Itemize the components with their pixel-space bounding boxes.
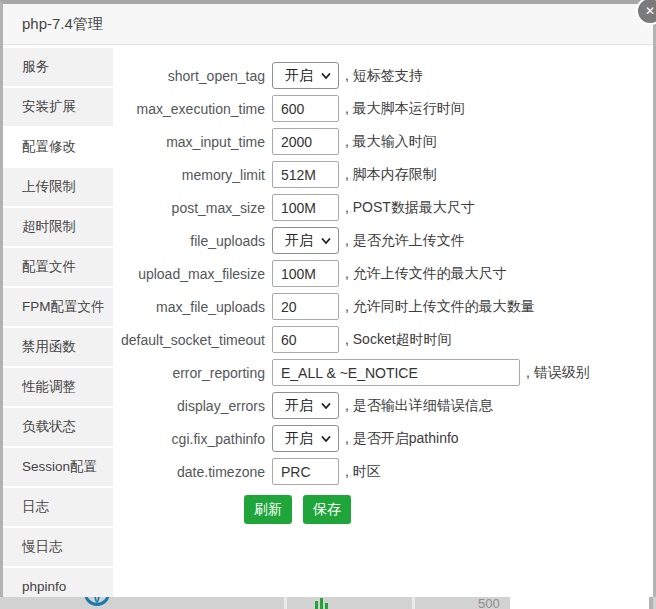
sidebar-item-3[interactable]: 上传限制: [3, 168, 113, 206]
dialog-titlebar: php-7.4管理: [3, 4, 653, 45]
column-divider: [412, 597, 415, 609]
form-row: upload_max_filesize , 允许上传文件的最大尺寸: [113, 257, 653, 290]
globe-icon: [84, 597, 110, 606]
field-description: , 时区: [345, 463, 381, 481]
sidebar-item-11[interactable]: 日志: [3, 488, 113, 526]
value-input[interactable]: [272, 326, 339, 353]
value-select[interactable]: 开启: [272, 62, 339, 89]
background-page-strip: 500: [0, 597, 656, 609]
sidebar: 服务 安装扩展 配置修改 上传限制 超时限制 配置文件 FPM配置文件 禁用函数…: [3, 45, 113, 597]
value-input[interactable]: [272, 194, 339, 221]
form-row: display_errors 开启 , 是否输出详细错误信息: [113, 389, 653, 422]
sidebar-item-8[interactable]: 性能调整: [3, 368, 113, 406]
chevron-down-icon: [321, 403, 331, 409]
sidebar-item-label: Session配置: [22, 459, 97, 474]
field-description: , 是否输出详细错误信息: [345, 397, 493, 415]
sidebar-item-label: 服务: [22, 59, 49, 74]
field-description: , POST数据最大尺寸: [345, 199, 475, 217]
sidebar-item-label: 超时限制: [22, 219, 76, 234]
sidebar-item-1[interactable]: 安装扩展: [3, 88, 113, 126]
form-row: cgi.fix_pathinfo 开启 , 是否开启pathinfo: [113, 422, 653, 455]
field-description: , 允许同时上传文件的最大数量: [345, 298, 535, 316]
value-input[interactable]: [272, 458, 339, 485]
value-input[interactable]: [272, 293, 339, 320]
field-description: , 错误级别: [526, 364, 590, 382]
sidebar-item-label: 安装扩展: [22, 99, 76, 114]
sidebar-item-label: 负载状态: [22, 419, 76, 434]
field-label: memory_limit: [113, 167, 272, 183]
sidebar-item-label: 慢日志: [22, 539, 63, 554]
field-label: cgi.fix_pathinfo: [113, 431, 272, 447]
form-row: post_max_size , POST数据最大尺寸: [113, 191, 653, 224]
value-input[interactable]: [272, 260, 339, 287]
sidebar-item-label: phpinfo: [22, 579, 66, 594]
field-label: post_max_size: [113, 200, 272, 216]
sidebar-item-9[interactable]: 负载状态: [3, 408, 113, 446]
form-row: max_execution_time , 最大脚本运行时间: [113, 92, 653, 125]
sidebar-item-4[interactable]: 超时限制: [3, 208, 113, 246]
form-row: file_uploads 开启 , 是否允许上传文件: [113, 224, 653, 257]
sidebar-item-0[interactable]: 服务: [3, 48, 113, 86]
field-description: , Socket超时时间: [345, 331, 452, 349]
select-value: 开启: [285, 232, 313, 250]
select-value: 开启: [285, 430, 313, 448]
value-select[interactable]: 开启: [272, 227, 339, 254]
field-label: max_execution_time: [113, 101, 272, 117]
field-description: , 脚本内存限制: [345, 166, 437, 184]
sidebar-item-label: 禁用函数: [22, 339, 76, 354]
sidebar-item-label: 性能调整: [22, 379, 76, 394]
sidebar-item-6[interactable]: FPM配置文件: [3, 288, 113, 326]
sidebar-item-13[interactable]: phpinfo: [3, 568, 113, 597]
field-label: max_input_time: [113, 134, 272, 150]
sidebar-item-12[interactable]: 慢日志: [3, 528, 113, 566]
field-description: , 最大脚本运行时间: [345, 100, 465, 118]
sidebar-item-2[interactable]: 配置修改: [3, 128, 113, 166]
sidebar-item-label: 日志: [22, 499, 49, 514]
form-buttons: 刷新保存: [244, 495, 653, 524]
select-value: 开启: [285, 67, 313, 85]
value-input[interactable]: [272, 95, 339, 122]
form-row: max_file_uploads , 允许同时上传文件的最大数量: [113, 290, 653, 323]
sidebar-item-label: 配置修改: [22, 139, 76, 154]
value-select[interactable]: 开启: [272, 392, 339, 419]
refresh-button[interactable]: 刷新: [244, 495, 292, 524]
value-select[interactable]: 开启: [272, 425, 339, 452]
form-row: short_open_tag 开启 , 短标签支持: [113, 59, 653, 92]
field-label: error_reporting: [113, 365, 272, 381]
field-label: upload_max_filesize: [113, 266, 272, 282]
chevron-down-icon: [321, 436, 331, 442]
chevron-down-icon: [321, 73, 331, 79]
sidebar-item-label: 配置文件: [22, 259, 76, 274]
form-row: max_input_time , 最大输入时间: [113, 125, 653, 158]
field-description: , 最大输入时间: [345, 133, 437, 151]
php-manage-dialog: php-7.4管理 服务 安装扩展 配置修改 上传限制 超时限制 配置文件 FP…: [0, 0, 656, 597]
dialog-title: php-7.4管理: [22, 15, 103, 34]
field-description: , 短标签支持: [345, 67, 423, 85]
field-description: , 允许上传文件的最大尺寸: [345, 265, 507, 283]
field-label: max_file_uploads: [113, 299, 272, 315]
field-label: display_errors: [113, 398, 272, 414]
column-divider: [284, 597, 287, 609]
sidebar-item-7[interactable]: 禁用函数: [3, 328, 113, 366]
sidebar-item-label: 上传限制: [22, 179, 76, 194]
value-input[interactable]: [272, 128, 339, 155]
background-panel: [510, 597, 653, 609]
field-label: file_uploads: [113, 233, 272, 249]
sidebar-item-label: FPM配置文件: [22, 299, 105, 314]
field-description: , 是否开启pathinfo: [345, 430, 459, 448]
save-button[interactable]: 保存: [303, 495, 351, 524]
settings-form: short_open_tag 开启 , 短标签支持 max_execution_…: [113, 45, 653, 597]
form-row: date.timezone , 时区: [113, 455, 653, 488]
select-value: 开启: [285, 397, 313, 415]
value-input[interactable]: [272, 359, 520, 386]
form-row: error_reporting , 错误级别: [113, 356, 653, 389]
chevron-down-icon: [321, 238, 331, 244]
form-row: memory_limit , 脚本内存限制: [113, 158, 653, 191]
background-number: 500: [478, 597, 500, 609]
field-label: date.timezone: [113, 464, 272, 480]
sidebar-item-5[interactable]: 配置文件: [3, 248, 113, 286]
field-label: short_open_tag: [113, 68, 272, 84]
value-input[interactable]: [272, 161, 339, 188]
field-label: default_socket_timeout: [113, 332, 272, 348]
sidebar-item-10[interactable]: Session配置: [3, 448, 113, 486]
